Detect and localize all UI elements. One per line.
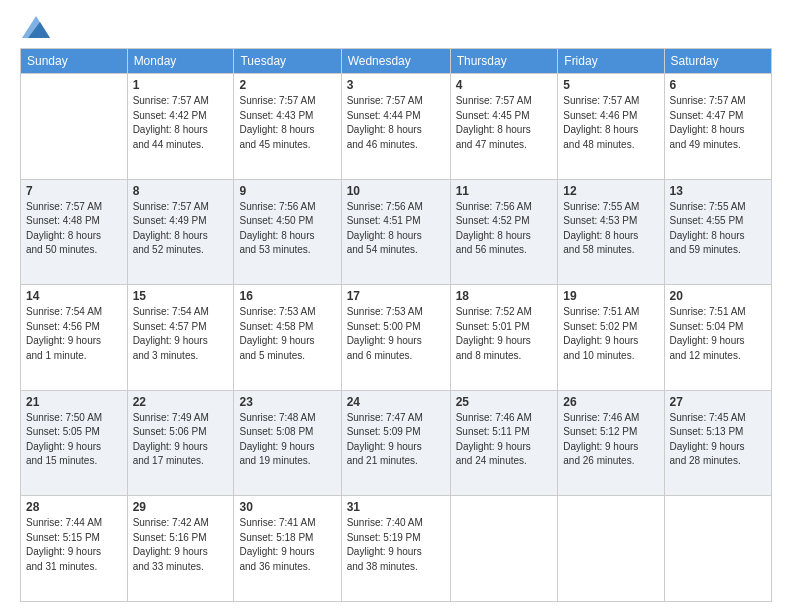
col-header-tuesday: Tuesday bbox=[234, 49, 341, 74]
day-info: Sunrise: 7:42 AMSunset: 5:16 PMDaylight:… bbox=[133, 516, 229, 574]
day-info: Sunrise: 7:41 AMSunset: 5:18 PMDaylight:… bbox=[239, 516, 335, 574]
day-number: 3 bbox=[347, 78, 445, 92]
day-info: Sunrise: 7:47 AMSunset: 5:09 PMDaylight:… bbox=[347, 411, 445, 469]
day-number: 11 bbox=[456, 184, 553, 198]
day-number: 18 bbox=[456, 289, 553, 303]
calendar-cell: 24Sunrise: 7:47 AMSunset: 5:09 PMDayligh… bbox=[341, 390, 450, 496]
calendar-cell: 19Sunrise: 7:51 AMSunset: 5:02 PMDayligh… bbox=[558, 285, 664, 391]
calendar-cell: 27Sunrise: 7:45 AMSunset: 5:13 PMDayligh… bbox=[664, 390, 771, 496]
day-info: Sunrise: 7:46 AMSunset: 5:12 PMDaylight:… bbox=[563, 411, 658, 469]
day-number: 12 bbox=[563, 184, 658, 198]
calendar-header-row: SundayMondayTuesdayWednesdayThursdayFrid… bbox=[21, 49, 772, 74]
day-info: Sunrise: 7:57 AMSunset: 4:44 PMDaylight:… bbox=[347, 94, 445, 152]
logo bbox=[20, 16, 50, 38]
calendar-cell: 31Sunrise: 7:40 AMSunset: 5:19 PMDayligh… bbox=[341, 496, 450, 602]
calendar-cell: 11Sunrise: 7:56 AMSunset: 4:52 PMDayligh… bbox=[450, 179, 558, 285]
day-info: Sunrise: 7:46 AMSunset: 5:11 PMDaylight:… bbox=[456, 411, 553, 469]
day-info: Sunrise: 7:57 AMSunset: 4:45 PMDaylight:… bbox=[456, 94, 553, 152]
day-info: Sunrise: 7:57 AMSunset: 4:42 PMDaylight:… bbox=[133, 94, 229, 152]
calendar-cell: 2Sunrise: 7:57 AMSunset: 4:43 PMDaylight… bbox=[234, 74, 341, 180]
calendar-cell: 15Sunrise: 7:54 AMSunset: 4:57 PMDayligh… bbox=[127, 285, 234, 391]
day-info: Sunrise: 7:55 AMSunset: 4:53 PMDaylight:… bbox=[563, 200, 658, 258]
day-info: Sunrise: 7:53 AMSunset: 5:00 PMDaylight:… bbox=[347, 305, 445, 363]
col-header-friday: Friday bbox=[558, 49, 664, 74]
day-info: Sunrise: 7:56 AMSunset: 4:51 PMDaylight:… bbox=[347, 200, 445, 258]
day-info: Sunrise: 7:54 AMSunset: 4:56 PMDaylight:… bbox=[26, 305, 122, 363]
day-number: 31 bbox=[347, 500, 445, 514]
day-info: Sunrise: 7:54 AMSunset: 4:57 PMDaylight:… bbox=[133, 305, 229, 363]
day-number: 15 bbox=[133, 289, 229, 303]
day-number: 5 bbox=[563, 78, 658, 92]
calendar-cell: 25Sunrise: 7:46 AMSunset: 5:11 PMDayligh… bbox=[450, 390, 558, 496]
day-number: 2 bbox=[239, 78, 335, 92]
calendar-cell: 4Sunrise: 7:57 AMSunset: 4:45 PMDaylight… bbox=[450, 74, 558, 180]
col-header-sunday: Sunday bbox=[21, 49, 128, 74]
calendar-cell: 26Sunrise: 7:46 AMSunset: 5:12 PMDayligh… bbox=[558, 390, 664, 496]
calendar-week-row: 28Sunrise: 7:44 AMSunset: 5:15 PMDayligh… bbox=[21, 496, 772, 602]
calendar-cell: 10Sunrise: 7:56 AMSunset: 4:51 PMDayligh… bbox=[341, 179, 450, 285]
day-info: Sunrise: 7:52 AMSunset: 5:01 PMDaylight:… bbox=[456, 305, 553, 363]
calendar-week-row: 14Sunrise: 7:54 AMSunset: 4:56 PMDayligh… bbox=[21, 285, 772, 391]
day-number: 17 bbox=[347, 289, 445, 303]
day-info: Sunrise: 7:56 AMSunset: 4:52 PMDaylight:… bbox=[456, 200, 553, 258]
day-number: 25 bbox=[456, 395, 553, 409]
col-header-saturday: Saturday bbox=[664, 49, 771, 74]
calendar-cell: 17Sunrise: 7:53 AMSunset: 5:00 PMDayligh… bbox=[341, 285, 450, 391]
calendar-cell bbox=[450, 496, 558, 602]
calendar-cell: 30Sunrise: 7:41 AMSunset: 5:18 PMDayligh… bbox=[234, 496, 341, 602]
day-number: 16 bbox=[239, 289, 335, 303]
day-info: Sunrise: 7:57 AMSunset: 4:49 PMDaylight:… bbox=[133, 200, 229, 258]
day-number: 30 bbox=[239, 500, 335, 514]
day-number: 27 bbox=[670, 395, 766, 409]
day-number: 24 bbox=[347, 395, 445, 409]
day-info: Sunrise: 7:56 AMSunset: 4:50 PMDaylight:… bbox=[239, 200, 335, 258]
calendar-cell: 8Sunrise: 7:57 AMSunset: 4:49 PMDaylight… bbox=[127, 179, 234, 285]
calendar-cell bbox=[21, 74, 128, 180]
day-number: 7 bbox=[26, 184, 122, 198]
day-info: Sunrise: 7:49 AMSunset: 5:06 PMDaylight:… bbox=[133, 411, 229, 469]
day-info: Sunrise: 7:57 AMSunset: 4:47 PMDaylight:… bbox=[670, 94, 766, 152]
day-number: 13 bbox=[670, 184, 766, 198]
day-info: Sunrise: 7:51 AMSunset: 5:02 PMDaylight:… bbox=[563, 305, 658, 363]
calendar-week-row: 7Sunrise: 7:57 AMSunset: 4:48 PMDaylight… bbox=[21, 179, 772, 285]
calendar-cell: 5Sunrise: 7:57 AMSunset: 4:46 PMDaylight… bbox=[558, 74, 664, 180]
day-number: 21 bbox=[26, 395, 122, 409]
day-number: 9 bbox=[239, 184, 335, 198]
calendar-cell bbox=[664, 496, 771, 602]
calendar-cell: 29Sunrise: 7:42 AMSunset: 5:16 PMDayligh… bbox=[127, 496, 234, 602]
col-header-thursday: Thursday bbox=[450, 49, 558, 74]
day-number: 28 bbox=[26, 500, 122, 514]
day-number: 23 bbox=[239, 395, 335, 409]
col-header-monday: Monday bbox=[127, 49, 234, 74]
calendar-week-row: 1Sunrise: 7:57 AMSunset: 4:42 PMDaylight… bbox=[21, 74, 772, 180]
day-number: 20 bbox=[670, 289, 766, 303]
day-info: Sunrise: 7:48 AMSunset: 5:08 PMDaylight:… bbox=[239, 411, 335, 469]
calendar-cell: 23Sunrise: 7:48 AMSunset: 5:08 PMDayligh… bbox=[234, 390, 341, 496]
calendar-cell: 7Sunrise: 7:57 AMSunset: 4:48 PMDaylight… bbox=[21, 179, 128, 285]
calendar-page: SundayMondayTuesdayWednesdayThursdayFrid… bbox=[0, 0, 792, 612]
calendar-cell: 28Sunrise: 7:44 AMSunset: 5:15 PMDayligh… bbox=[21, 496, 128, 602]
calendar-cell: 9Sunrise: 7:56 AMSunset: 4:50 PMDaylight… bbox=[234, 179, 341, 285]
day-number: 26 bbox=[563, 395, 658, 409]
calendar-cell: 14Sunrise: 7:54 AMSunset: 4:56 PMDayligh… bbox=[21, 285, 128, 391]
day-number: 22 bbox=[133, 395, 229, 409]
day-number: 14 bbox=[26, 289, 122, 303]
calendar-cell: 18Sunrise: 7:52 AMSunset: 5:01 PMDayligh… bbox=[450, 285, 558, 391]
day-info: Sunrise: 7:53 AMSunset: 4:58 PMDaylight:… bbox=[239, 305, 335, 363]
day-info: Sunrise: 7:40 AMSunset: 5:19 PMDaylight:… bbox=[347, 516, 445, 574]
calendar-cell: 6Sunrise: 7:57 AMSunset: 4:47 PMDaylight… bbox=[664, 74, 771, 180]
day-number: 8 bbox=[133, 184, 229, 198]
day-info: Sunrise: 7:57 AMSunset: 4:48 PMDaylight:… bbox=[26, 200, 122, 258]
calendar-table: SundayMondayTuesdayWednesdayThursdayFrid… bbox=[20, 48, 772, 602]
calendar-cell: 16Sunrise: 7:53 AMSunset: 4:58 PMDayligh… bbox=[234, 285, 341, 391]
calendar-cell: 20Sunrise: 7:51 AMSunset: 5:04 PMDayligh… bbox=[664, 285, 771, 391]
day-info: Sunrise: 7:51 AMSunset: 5:04 PMDaylight:… bbox=[670, 305, 766, 363]
calendar-cell: 22Sunrise: 7:49 AMSunset: 5:06 PMDayligh… bbox=[127, 390, 234, 496]
calendar-cell: 3Sunrise: 7:57 AMSunset: 4:44 PMDaylight… bbox=[341, 74, 450, 180]
calendar-cell: 21Sunrise: 7:50 AMSunset: 5:05 PMDayligh… bbox=[21, 390, 128, 496]
day-info: Sunrise: 7:45 AMSunset: 5:13 PMDaylight:… bbox=[670, 411, 766, 469]
calendar-week-row: 21Sunrise: 7:50 AMSunset: 5:05 PMDayligh… bbox=[21, 390, 772, 496]
day-info: Sunrise: 7:44 AMSunset: 5:15 PMDaylight:… bbox=[26, 516, 122, 574]
day-number: 29 bbox=[133, 500, 229, 514]
day-number: 6 bbox=[670, 78, 766, 92]
